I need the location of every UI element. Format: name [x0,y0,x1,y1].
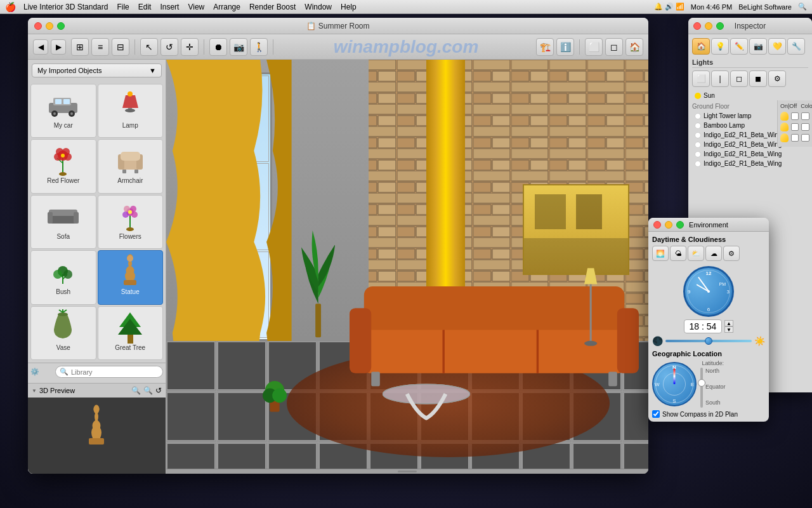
brightness-slider[interactable] [665,340,752,342]
object-item-great-tree[interactable]: Great Tree [98,306,164,360]
time-increment-btn[interactable]: ▲ [724,320,733,326]
select-tool-button[interactable]: ↖ [140,38,158,56]
back-button[interactable]: ◀ [33,39,48,55]
compass-widget[interactable]: N S W E [652,362,697,406]
menu-arrange[interactable]: Arrange [213,3,240,11]
refresh-icon[interactable]: ↺ [155,386,162,395]
pan-button[interactable]: ✛ [181,38,199,56]
object-item-red-flower[interactable]: Red Flower [30,139,96,193]
light-bullet-4 [695,151,701,157]
objects-view-button[interactable]: ⊞ [71,38,89,56]
lights-settings-btn[interactable]: ⚙ [768,70,786,87]
day-preset-custom[interactable]: ⚙ [723,246,740,261]
object-item-statue[interactable]: Statue [98,250,164,304]
sun-row[interactable]: Sun [692,91,808,100]
lat-labels: North Equator South [705,368,726,406]
maximize-button[interactable] [57,22,65,30]
day-preset-2[interactable]: 🌤 [670,246,686,261]
menu-file[interactable]: File [117,3,129,11]
day-preset-4[interactable]: ☁ [705,246,722,261]
inspector-render-btn[interactable]: 💛 [768,38,786,55]
light-row-4[interactable]: Indigo_Ed2_R1_Beta_Wing [692,149,808,159]
light-row-5[interactable]: Indigo_Ed2_R1_Beta_Wing [692,159,808,168]
env-max-btn[interactable] [676,221,684,229]
object-item-vase[interactable]: Vase [30,306,96,360]
menu-render[interactable]: Render Boost [249,3,296,11]
inspector-min-btn[interactable] [705,22,712,30]
onoff-check-2[interactable] [791,123,798,131]
zoom-out-icon[interactable]: 🔍 [143,386,153,395]
time-decrement-btn[interactable]: ▼ [724,326,733,333]
inspector-materials-btn[interactable]: ✏️ [730,38,748,55]
inspector-max-btn[interactable] [716,22,724,30]
env-close-btn[interactable] [653,221,661,229]
add-sun-btn[interactable]: ◼ [749,70,767,87]
menu-window[interactable]: Window [304,3,332,11]
list-view-button[interactable]: ≡ [91,38,109,56]
day-preset-1[interactable]: 🌅 [652,246,669,261]
compass-e: E [691,381,694,387]
add-area-light-btn[interactable]: ◻ [730,70,748,87]
brightness-thumb[interactable] [705,337,712,345]
inspector-extra-btn[interactable]: 🔧 [787,38,805,55]
object-item-flowers[interactable]: Flowers [98,195,164,249]
zoom-in-icon[interactable]: 🔍 [131,386,141,395]
forward-button[interactable]: ▶ [51,39,66,55]
objects-dropdown-label: My Imported Objects [37,67,102,74]
add-point-light-btn[interactable]: ⬜ [692,70,710,87]
lat-slider-track[interactable] [700,368,703,408]
sidebar: My Imported Objects ▼ [28,60,166,474]
floor-plan-button[interactable]: ⬜ [585,38,603,56]
menu-insert[interactable]: Insert [160,3,179,11]
inspector-camera-btn[interactable]: 📷 [749,38,767,55]
building-icon-btn[interactable]: 🏗️ [536,38,554,56]
close-button[interactable] [34,22,42,30]
preview-header[interactable]: ▼ 3D Preview 🔍 🔍 ↺ [28,384,166,398]
orbit-button[interactable]: ↺ [160,38,178,56]
menu-help[interactable]: Help [341,3,357,11]
object-item-sofa[interactable]: Sofa [30,195,96,249]
elevation-button[interactable]: ◻ [605,38,623,56]
detail-view-button[interactable]: ⊟ [112,38,129,56]
walk-button[interactable]: 🚶 [250,38,268,56]
camera-button[interactable]: 📷 [230,38,247,56]
objects-dropdown[interactable]: My Imported Objects ▼ [32,64,162,77]
viewport-resize-bar[interactable] [166,469,648,474]
object-item-my-car[interactable]: My car [30,84,96,138]
menu-edit[interactable]: Edit [138,3,152,11]
shelf-decor-1 [535,194,566,230]
inspector-lights-btn[interactable]: 💡 [711,38,729,55]
inspector-objects-btn[interactable]: 🏠 [692,38,710,55]
svg-point-33 [122,211,129,218]
lat-slider-thumb[interactable] [698,379,705,387]
menu-view[interactable]: View [188,3,204,11]
time-input[interactable] [684,319,722,333]
object-item-armchair[interactable]: Armchair [98,139,164,193]
color-box-3[interactable] [801,134,809,142]
show-compass-checkbox[interactable] [652,410,660,418]
env-min-btn[interactable] [665,221,672,229]
apple-menu[interactable]: 🍎 [5,2,16,12]
search-input[interactable] [71,368,159,376]
minimize-button[interactable] [46,22,53,30]
search-menubar-icon[interactable]: 🔍 [798,3,807,11]
sidebar-search[interactable]: 🔍 [55,366,163,378]
onoff-check-1[interactable] [791,112,798,120]
color-box-2[interactable] [801,123,809,131]
info-button[interactable]: ℹ️ [556,38,574,56]
add-spot-light-btn[interactable]: | [711,70,729,87]
home-button[interactable]: 🏠 [625,38,643,56]
object-item-bush[interactable]: Bush [30,250,96,304]
time-input-row: ▲ ▼ [652,319,765,333]
menu-app[interactable]: Live Interior 3D Standard [23,3,108,11]
object-item-lamp[interactable]: Lamp [98,84,164,138]
lat-track-area: North Equator South [700,368,726,408]
day-preset-3[interactable]: ⛅ [688,246,704,261]
record-button[interactable]: ⏺ [209,38,227,56]
color-box-1[interactable] [801,112,809,120]
viewport[interactable] [166,60,648,474]
onoff-check-3[interactable] [791,134,798,142]
settings-gear-icon[interactable]: ⚙️ [30,368,39,376]
inspector-close-btn[interactable] [693,22,701,30]
compass-w: W [655,381,660,387]
